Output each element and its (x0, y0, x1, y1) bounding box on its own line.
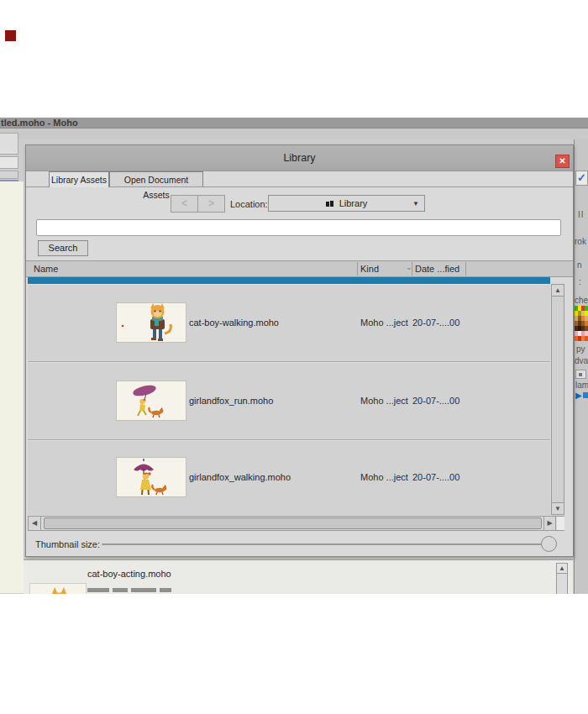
clipped-text-fragment (160, 588, 171, 592)
check-icon: ✓ (577, 171, 586, 184)
asset-name: girlandfox_walking.moho (189, 472, 291, 482)
girlandfox-run-thumbnail (117, 381, 186, 420)
asset-date: 20-07-....00 (412, 318, 459, 328)
canvas-edge (0, 181, 24, 593)
text-fragment: che (575, 296, 588, 305)
scroll-left-icon[interactable]: ◀ (29, 517, 41, 530)
column-header-kind[interactable]: Kind (360, 264, 379, 274)
tab-open-document-assets[interactable]: Open Document Assets (109, 171, 203, 187)
left-tool-panel[interactable] (0, 133, 18, 155)
name-label-fragment: lam (575, 381, 588, 390)
checkbox[interactable]: ✓ (575, 171, 588, 186)
scroll-down-icon[interactable]: ▼ (552, 502, 564, 514)
scroll-up-icon[interactable]: ▲ (557, 564, 567, 574)
right-panel-strip: ✓ II rok n : che py dva lam ▶ (574, 139, 588, 594)
chevron-down-icon: ▼ (412, 200, 419, 207)
copy-label-fragment: py (576, 344, 585, 354)
scrollbar-thumb[interactable] (44, 517, 542, 529)
color-palette[interactable] (575, 306, 588, 341)
scroll-right-icon[interactable]: ▶ (543, 517, 556, 530)
asset-date: 20-07-....00 (412, 472, 459, 482)
app-titlebar: tled.moho - Moho (0, 118, 588, 129)
cat-boy-acting-thumbnail[interactable] (30, 584, 86, 594)
asset-kind: Moho ...ject (360, 318, 408, 328)
app-toolbar-strip (0, 129, 588, 139)
forward-button[interactable]: > (197, 195, 225, 213)
location-value: Library (339, 198, 368, 208)
play-icon: ▶ (575, 391, 582, 400)
asset-kind: Moho ...ject (360, 472, 408, 482)
text-fragment: : (579, 277, 581, 286)
thumbnail-size-slider-track[interactable] (102, 543, 545, 545)
app-title: tled.moho - Moho (1, 118, 78, 129)
asset-name: girlandfox_run.moho (189, 396, 273, 406)
asset-date: 20-07-....00 (412, 396, 459, 406)
column-separator[interactable] (357, 262, 358, 276)
library-icon (326, 200, 335, 207)
list-item[interactable]: girlandfox_walking.moho Moho ...ject 20-… (28, 440, 550, 514)
search-input[interactable] (36, 219, 561, 236)
thumbnail-size-label: Thumbnail size: (35, 539, 100, 549)
cat-boy-walking-thumbnail (117, 303, 186, 342)
scrollbar-corner (557, 517, 564, 530)
dialog-title: Library (26, 152, 573, 164)
background-asset-panel: cat-boy-acting.moho ▲ (24, 559, 573, 594)
list-header-accent-bar (28, 277, 550, 284)
girlandfox-walking-thumbnail (117, 458, 186, 496)
play-button[interactable]: ▶ (575, 391, 588, 400)
asset-list: cat-boy-walking.moho Moho ...ject 20-07-… (28, 284, 550, 515)
library-dialog: Library ✕ Library Assets Open Document A… (25, 144, 574, 557)
mini-button[interactable] (575, 370, 586, 379)
timeline-marker (583, 392, 588, 398)
palette-swatch[interactable] (585, 336, 588, 341)
clipped-text-fragment (113, 588, 128, 592)
asset-name[interactable]: cat-boy-acting.moho (87, 569, 171, 579)
asset-kind: Moho ...ject (360, 396, 408, 406)
left-tool-panel[interactable] (0, 171, 18, 179)
left-tool-panel[interactable] (0, 156, 18, 169)
column-separator[interactable] (412, 262, 412, 276)
pause-icon: II (578, 210, 585, 219)
scroll-up-icon[interactable]: ▲ (552, 285, 564, 297)
tab-library-assets[interactable]: Library Assets (49, 171, 109, 187)
clipped-text-fragment (87, 588, 109, 592)
thumbnail-size-slider-knob[interactable] (541, 536, 557, 552)
location-label: Location: (230, 199, 268, 209)
asset-name: cat-boy-walking.moho (189, 318, 279, 328)
column-separator[interactable] (465, 262, 466, 276)
clipped-text-fragment (131, 588, 156, 592)
dialog-titlebar[interactable]: Library ✕ (26, 145, 573, 171)
list-item[interactable]: cat-boy-walking.moho Moho ...ject 20-07-… (28, 284, 550, 362)
column-header-date[interactable]: Date ...fied (415, 264, 459, 274)
window-close-artifact[interactable] (5, 30, 16, 41)
table-header: Name Kind ⌄ Date ...fied (26, 260, 573, 277)
thumbnail-size-row: Thumbnail size: (26, 532, 573, 557)
vertical-scrollbar[interactable]: ▲ (556, 563, 568, 594)
location-dropdown[interactable]: Library ▼ (268, 195, 425, 212)
back-button[interactable]: < (171, 195, 198, 213)
column-header-name[interactable]: Name (34, 264, 58, 274)
text-fragment: n (577, 260, 582, 270)
horizontal-scrollbar[interactable]: ◀ ▶ (28, 516, 564, 531)
close-button[interactable]: ✕ (555, 155, 570, 168)
list-item[interactable]: girlandfox_run.moho Moho ...ject 20-07-.… (28, 362, 550, 440)
vertical-scrollbar[interactable]: ▲ ▼ (551, 284, 564, 515)
stroke-label-fragment: rok (575, 237, 586, 246)
advanced-label-fragment: dva (575, 356, 588, 365)
search-button[interactable]: Search (38, 240, 88, 256)
